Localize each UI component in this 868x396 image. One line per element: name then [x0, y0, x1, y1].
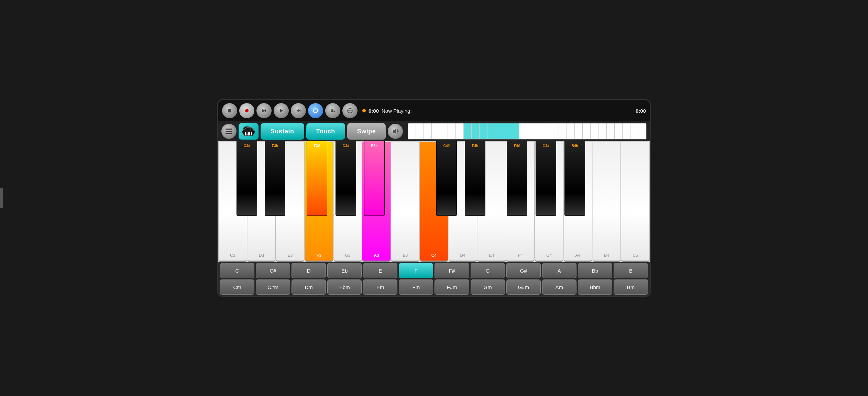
mini-key-highlight [511, 123, 519, 139]
mini-key [623, 123, 630, 139]
chord-eb[interactable]: Eb [327, 263, 362, 278]
note-label: C5 [633, 253, 638, 258]
mini-key [598, 123, 606, 139]
chord-bbm[interactable]: Bbm [578, 279, 612, 295]
white-key-c5[interactable]: C5 [621, 141, 650, 262]
play-button[interactable] [274, 103, 289, 118]
mini-key [416, 123, 424, 139]
chord-gm[interactable]: Gm [471, 279, 505, 295]
sharp-label: G4# [543, 144, 549, 148]
black-key-g3sharp[interactable]: G3# [336, 141, 356, 216]
svg-marker-3 [264, 109, 266, 112]
chord-csharp[interactable]: C# [256, 263, 290, 278]
sharp-label: B3b [371, 144, 378, 148]
black-key-b3b[interactable]: B3b [364, 141, 385, 216]
mini-key [567, 123, 575, 139]
chord-fm[interactable]: Fm [399, 279, 433, 295]
chord-a[interactable]: A [542, 263, 576, 278]
mini-key [559, 123, 567, 139]
mini-key [448, 123, 456, 139]
chord-e[interactable]: E [363, 263, 397, 278]
menu-button[interactable] [221, 124, 237, 139]
black-key-c4sharp[interactable]: C4# [436, 141, 457, 216]
note-label: D4 [460, 253, 465, 258]
mini-keys-row [408, 123, 646, 139]
mini-key [575, 123, 583, 139]
volume-button[interactable] [388, 124, 403, 139]
loop-button[interactable] [308, 103, 323, 118]
mini-key-highlight [487, 123, 495, 139]
black-key-b4b[interactable]: B4b [564, 141, 585, 216]
toolbar: 0:00 Now Playing: 0:00 [218, 100, 650, 121]
sustain-button[interactable]: Sustain [261, 123, 304, 140]
chord-ebm[interactable]: Ebm [327, 279, 362, 295]
black-key-e3b[interactable]: E3b [265, 141, 285, 216]
piano-icon-button[interactable] [239, 123, 259, 140]
svg-rect-26 [246, 132, 247, 134]
chord-d[interactable]: D [292, 263, 326, 278]
svg-rect-11 [331, 110, 335, 110]
chord-b[interactable]: B [614, 263, 648, 278]
svg-marker-7 [298, 109, 300, 112]
language-button[interactable] [342, 103, 358, 118]
svg-marker-5 [280, 109, 283, 112]
touch-button[interactable]: Touch [306, 123, 345, 140]
app-container: 0:00 Now Playing: 0:00 [217, 99, 651, 297]
mini-key [630, 123, 638, 139]
chord-c[interactable]: C [220, 263, 254, 278]
chord-gsharp[interactable]: G# [506, 263, 541, 278]
chord-em[interactable]: Em [363, 279, 397, 295]
chord-csharpm[interactable]: C#m [256, 279, 290, 295]
mini-key [424, 123, 432, 139]
chord-dm[interactable]: Dm [292, 279, 326, 295]
rewind-button[interactable] [256, 103, 272, 118]
note-label: F3 [317, 253, 321, 258]
black-key-c3sharp[interactable]: C3# [237, 141, 257, 216]
note-label: C3 [230, 253, 235, 258]
white-key-b3[interactable]: B3 [391, 141, 420, 262]
chord-g[interactable]: G [471, 263, 505, 278]
note-label: C4 [431, 253, 437, 258]
mini-key [615, 123, 623, 139]
piano-keys-container: C3 D3 E3 F3 G3 A3 B3 [218, 141, 650, 262]
mini-key-highlight [495, 123, 503, 139]
sharp-label: E4b [472, 144, 478, 148]
svg-rect-27 [248, 132, 248, 134]
stop-button[interactable] [222, 103, 237, 118]
black-key-f4sharp[interactable]: F4# [507, 141, 527, 216]
minor-chord-row: Cm C#m Dm Ebm Em Fm F#m Gm G#m Am Bbm Bm [220, 279, 648, 295]
now-playing-label: Now Playing: [382, 108, 412, 114]
note-label: A3 [374, 253, 379, 258]
major-chord-row: C C# D Eb E F F# G G# A Bb B [220, 263, 648, 278]
black-key-g4sharp[interactable]: G4# [536, 141, 556, 216]
chord-am[interactable]: Am [542, 279, 576, 295]
mixer-button[interactable] [325, 103, 340, 118]
chord-rows: C C# D Eb E F F# G G# A Bb B Cm C#m Dm E… [218, 262, 650, 296]
svg-rect-28 [250, 132, 251, 134]
swipe-button[interactable]: Swipe [347, 123, 386, 140]
note-label: B4 [604, 253, 609, 258]
mini-key-highlight [464, 123, 472, 139]
chord-gsharpm[interactable]: G#m [506, 279, 541, 295]
chord-bm[interactable]: Bm [614, 279, 648, 295]
mini-keyboard [408, 123, 647, 140]
piano-section: C3 D3 E3 F3 G3 A3 B3 [218, 141, 650, 262]
black-key-f3sharp[interactable]: F3# [307, 141, 327, 216]
record-button[interactable] [239, 103, 254, 118]
chord-f[interactable]: F [399, 263, 433, 278]
mini-key [543, 123, 551, 139]
chord-fsharpm[interactable]: F#m [435, 279, 469, 295]
skip-button[interactable] [291, 103, 306, 118]
svg-marker-2 [262, 109, 264, 112]
time-end: 0:00 [636, 108, 646, 114]
controls-row: Sustain Touch Swipe [218, 121, 650, 141]
mini-key [456, 123, 464, 139]
chord-cm[interactable]: Cm [220, 279, 254, 295]
black-key-e4b[interactable]: E4b [465, 141, 485, 216]
chord-fsharp[interactable]: F# [435, 263, 469, 278]
white-key-b4[interactable]: B4 [592, 141, 621, 262]
chord-bb[interactable]: Bb [578, 263, 612, 278]
mini-key [535, 123, 543, 139]
mini-key-highlight [503, 123, 511, 139]
mini-key-highlight [480, 123, 487, 139]
